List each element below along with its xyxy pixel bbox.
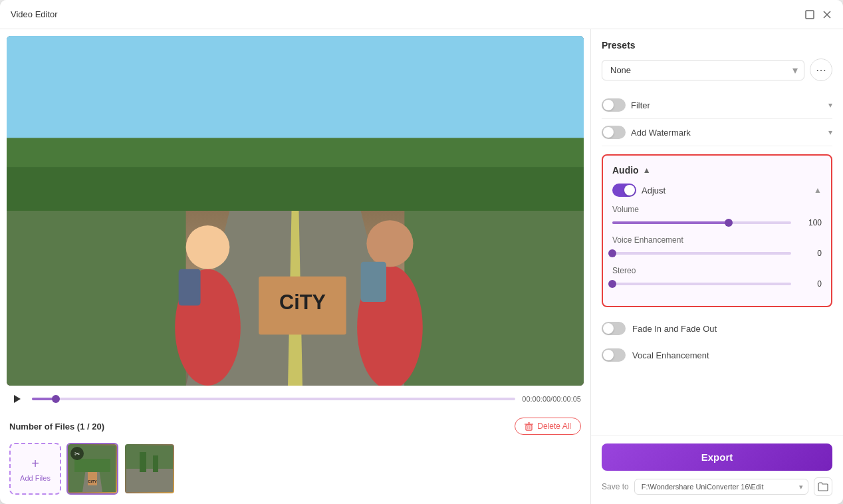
watermark-toggle[interactable] <box>602 126 626 139</box>
audio-title: Audio ▲ <box>612 165 651 176</box>
voice-enhancement-value: 0 <box>798 249 822 258</box>
svg-rect-8 <box>404 211 584 386</box>
file-bar: Number of Files (1 / 20) Delete All <box>7 412 584 440</box>
export-section: Export Save to F:\Wondershare UniConvert… <box>591 435 843 504</box>
audio-title-text: Audio <box>612 165 639 176</box>
close-button[interactable] <box>822 9 832 20</box>
preset-menu-button[interactable]: ⋯ <box>810 59 832 81</box>
scissors-icon: ✂ <box>70 447 84 460</box>
delete-all-button[interactable]: Delete All <box>515 418 581 435</box>
browse-folder-button[interactable] <box>814 477 832 496</box>
vocal-toggle-knob <box>603 350 614 360</box>
add-files-label: Add Files <box>20 474 51 482</box>
video-scene: CiTY <box>7 36 584 386</box>
svg-rect-30 <box>140 452 146 472</box>
stereo-value: 0 <box>798 279 822 289</box>
stereo-label: Stereo <box>612 266 822 275</box>
save-path-select[interactable]: F:\Wondershare UniConverter 16\Edit <box>634 479 808 495</box>
delete-all-label: Delete All <box>537 422 571 431</box>
watermark-dropdown-arrow[interactable]: ▾ <box>828 128 832 137</box>
svg-point-15 <box>366 220 413 267</box>
thumbnail-list: + Add Files ✂ CiTY <box>7 440 584 497</box>
presets-title: Presets <box>602 40 832 51</box>
video-controls: 00:00:00/00:00:05 <box>7 386 584 412</box>
export-button[interactable]: Export <box>602 443 832 471</box>
stereo-handle[interactable] <box>608 280 616 288</box>
presets-select[interactable]: None <box>602 60 804 80</box>
svg-rect-25 <box>74 459 110 472</box>
voice-enhancement-label: Voice Enhancement <box>612 235 822 245</box>
adjust-toggle-knob <box>624 185 635 195</box>
audio-header: Audio ▲ <box>612 165 822 176</box>
svg-text:CiTY: CiTY <box>88 479 97 483</box>
filter-row: Filter ▾ <box>602 92 832 119</box>
title-bar-controls <box>804 9 832 20</box>
presets-row: None ▾ ⋯ <box>602 59 832 81</box>
svg-rect-29 <box>126 469 173 492</box>
volume-row: Volume 100 <box>612 205 822 227</box>
progress-handle[interactable] <box>52 395 60 403</box>
file-count: Number of Files (1 / 20) <box>9 422 104 432</box>
maximize-button[interactable] <box>804 9 815 20</box>
time-display: 00:00:00/00:00:05 <box>522 395 581 403</box>
volume-value: 100 <box>798 218 822 227</box>
right-panel: Presets None ▾ ⋯ <box>590 29 843 504</box>
play-icon <box>14 395 21 403</box>
fade-row: Fade In and Fade Out <box>602 315 832 342</box>
svg-rect-0 <box>806 11 814 19</box>
right-panel-scroll[interactable]: Presets None ▾ ⋯ <box>591 29 843 435</box>
adjust-collapse-arrow[interactable]: ▲ <box>814 186 822 195</box>
svg-rect-26 <box>88 472 97 485</box>
svg-rect-16 <box>179 269 201 306</box>
voice-enhancement-row: Voice Enhancement 0 <box>612 235 822 258</box>
watermark-label: Add Watermark <box>631 128 691 138</box>
fade-toggle[interactable] <box>602 322 626 335</box>
voice-enhancement-controls: 0 <box>612 249 822 258</box>
presets-select-wrap: None ▾ <box>602 60 804 80</box>
svg-point-11 <box>186 225 230 269</box>
add-files-button[interactable]: + Add Files <box>9 443 61 495</box>
fade-toggle-knob <box>603 323 614 334</box>
watermark-toggle-knob <box>603 127 614 138</box>
plus-icon: + <box>31 456 39 471</box>
volume-handle[interactable] <box>725 219 733 227</box>
trash-icon <box>525 422 533 431</box>
vocal-toggle[interactable] <box>602 348 626 362</box>
volume-slider[interactable] <box>612 221 791 224</box>
title-bar: Video Editor <box>0 0 843 29</box>
video-section: CiTY <box>0 29 590 504</box>
thumbnail-item-2[interactable] <box>124 443 176 495</box>
voice-enhancement-slider[interactable] <box>612 252 791 255</box>
thumbnail-item[interactable]: ✂ CiTY <box>66 443 118 495</box>
fade-label: Fade In and Fade Out <box>632 324 717 334</box>
main-content: CiTY <box>0 29 843 504</box>
stereo-slider[interactable] <box>612 283 791 285</box>
filter-toggle[interactable] <box>602 98 626 112</box>
filter-label: Filter <box>631 100 650 110</box>
svg-rect-5 <box>7 167 584 211</box>
stereo-row: Stereo 0 <box>612 266 822 289</box>
volume-fill <box>612 221 729 224</box>
voice-enhancement-handle[interactable] <box>608 249 616 257</box>
folder-icon <box>818 482 828 491</box>
save-to-row: Save to F:\Wondershare UniConverter 16\E… <box>602 477 832 496</box>
svg-rect-18 <box>526 425 532 430</box>
progress-bar[interactable] <box>32 398 515 400</box>
filter-toggle-group: Filter <box>602 98 650 112</box>
audio-collapse-arrow[interactable]: ▲ <box>643 166 651 175</box>
volume-label: Volume <box>612 205 822 214</box>
filter-dropdown-arrow[interactable]: ▾ <box>828 100 832 110</box>
video-preview: CiTY <box>7 36 584 386</box>
save-path-wrap: F:\Wondershare UniConverter 16\Edit ▾ <box>634 479 808 495</box>
audio-section: Audio ▲ Adjust ▲ <box>602 154 832 307</box>
vocal-label: Vocal Enhancement <box>632 350 709 360</box>
svg-text:CiTY: CiTY <box>279 291 326 314</box>
watermark-toggle-group: Add Watermark <box>602 126 691 139</box>
play-button[interactable] <box>9 391 25 407</box>
svg-rect-31 <box>153 455 158 472</box>
watermark-row: Add Watermark ▾ <box>602 119 832 146</box>
svg-rect-7 <box>7 211 186 386</box>
window-title: Video Editor <box>11 9 58 19</box>
adjust-toggle[interactable] <box>612 184 636 197</box>
volume-controls: 100 <box>612 218 822 227</box>
